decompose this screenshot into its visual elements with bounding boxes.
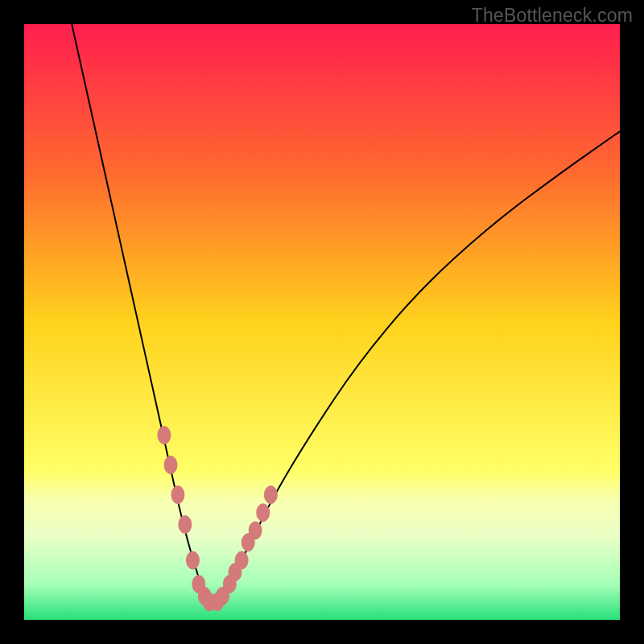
marker-dot xyxy=(235,551,248,569)
chart-frame: TheBottleneck.com xyxy=(0,0,644,644)
marker-dot xyxy=(179,516,192,534)
marker-dot xyxy=(249,522,262,539)
plot-svg xyxy=(24,24,620,620)
gradient-background xyxy=(24,24,620,620)
marker-dot xyxy=(171,486,184,504)
marker-dot xyxy=(164,456,177,474)
marker-dot xyxy=(186,551,199,569)
plot-area xyxy=(24,24,620,620)
watermark-text: TheBottleneck.com xyxy=(472,5,633,27)
marker-dot xyxy=(158,427,171,444)
marker-dot xyxy=(264,486,277,504)
marker-dot xyxy=(257,504,270,522)
